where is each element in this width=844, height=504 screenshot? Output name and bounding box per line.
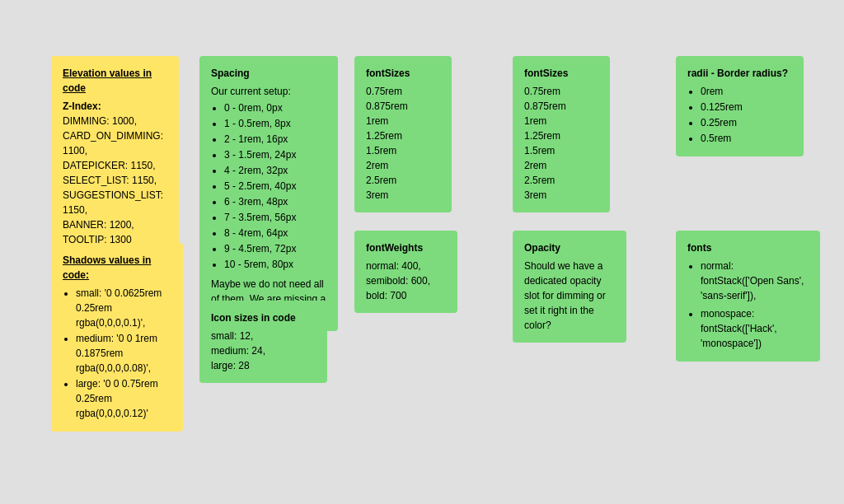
card-fonts-list: normal:fontStack(['Open Sans', 'sans-ser…: [687, 259, 809, 351]
card-spacing: Spacing Our current setup: 0 - 0rem, 0px…: [199, 56, 338, 331]
card-font-weights-title: fontWeights: [366, 240, 446, 255]
board: Elevation values in code Z-Index: DIMMIN…: [0, 0, 844, 504]
list-item: 3 - 1.5rem, 24px: [224, 147, 326, 162]
card-opacity: Opacity Should we have a dedicated opaci…: [513, 231, 626, 343]
card-elevation-subtitle: Z-Index:: [63, 99, 167, 114]
card-spacing-title: Spacing: [211, 66, 326, 81]
list-item: 4 - 2rem, 32px: [224, 163, 326, 178]
list-item: monospace:fontStack(['Hack', 'monospace'…: [701, 306, 809, 351]
list-item: 0.125rem: [701, 100, 792, 114]
card-radii-list: 0rem 0.125rem 0.25rem 0.5rem: [687, 84, 792, 146]
card-font-sizes-2-title: fontSizes: [524, 66, 598, 81]
card-radii-title: radii - Border radius?: [687, 66, 792, 81]
list-item: 9 - 4.5rem, 72px: [224, 241, 326, 256]
list-item: 10 - 5rem, 80px: [224, 257, 326, 272]
card-shadows-list: small: '0 0.0625rem 0.25rem rgba(0,0,0,0…: [63, 286, 171, 421]
list-item: 2 - 1rem, 16px: [224, 132, 326, 147]
list-item: 8 - 4rem, 64px: [224, 226, 326, 240]
card-icon-sizes-body: small: 12, medium: 24, large: 28: [211, 329, 316, 373]
list-item: 0.25rem: [701, 115, 792, 130]
card-icon-sizes-title: Icon sizes in code: [211, 310, 316, 325]
card-opacity-title: Opacity: [524, 240, 615, 255]
card-font-sizes-2-body: 0.75rem 0.875rem 1rem 1.25rem 1.5rem 2re…: [524, 84, 598, 203]
card-spacing-subtitle: Our current setup:: [211, 84, 326, 99]
card-elevation-body: DIMMING: 1000, CARD_ON_DIMMING: 1100, DA…: [63, 114, 167, 247]
list-item: 6 - 3rem, 48px: [224, 194, 326, 209]
list-item: medium: '0 0 1rem 0.1875rem rgba(0,0,0,0…: [76, 331, 171, 376]
card-font-sizes-1-title: fontSizes: [366, 66, 440, 81]
card-font-weights-body: normal: 400, semibold: 600, bold: 700: [366, 259, 446, 303]
card-font-weights: fontWeights normal: 400, semibold: 600, …: [354, 231, 457, 313]
card-opacity-body: Should we have a dedicated opacity slot …: [524, 259, 615, 333]
card-icon-sizes: Icon sizes in code small: 12, medium: 24…: [199, 301, 327, 383]
list-item: small: '0 0.0625rem 0.25rem rgba(0,0,0,0…: [76, 286, 171, 330]
card-fonts-title: fonts: [687, 240, 809, 255]
list-item: 0 - 0rem, 0px: [224, 100, 326, 115]
list-item: 1 - 0.5rem, 8px: [224, 116, 326, 131]
card-spacing-list: 0 - 0rem, 0px 1 - 0.5rem, 8px 2 - 1rem, …: [211, 100, 326, 272]
card-elevation-title: Elevation values in code: [63, 66, 167, 96]
card-shadows-title: Shadows values in code:: [63, 253, 171, 282]
card-font-sizes-2: fontSizes 0.75rem 0.875rem 1rem 1.25rem …: [513, 56, 610, 212]
card-shadows: Shadows values in code: small: '0 0.0625…: [51, 243, 183, 432]
card-font-sizes-1: fontSizes 0.75rem 0.875rem 1rem 1.25rem …: [354, 56, 452, 212]
card-radii: radii - Border radius? 0rem 0.125rem 0.2…: [676, 56, 804, 156]
list-item: normal:fontStack(['Open Sans', 'sans-ser…: [701, 259, 809, 303]
list-item: 0.5rem: [701, 131, 792, 146]
list-item: 0rem: [701, 84, 792, 99]
card-font-sizes-1-body: 0.75rem 0.875rem 1rem 1.25rem 1.5rem 2re…: [366, 84, 440, 203]
list-item: 5 - 2.5rem, 40px: [224, 179, 326, 194]
card-fonts: fonts normal:fontStack(['Open Sans', 'sa…: [676, 231, 820, 362]
card-elevation: Elevation values in code Z-Index: DIMMIN…: [51, 56, 179, 257]
list-item: 7 - 3.5rem, 56px: [224, 210, 326, 225]
list-item: large: '0 0 0.75rem 0.25rem rgba(0,0,0,0…: [76, 376, 171, 421]
